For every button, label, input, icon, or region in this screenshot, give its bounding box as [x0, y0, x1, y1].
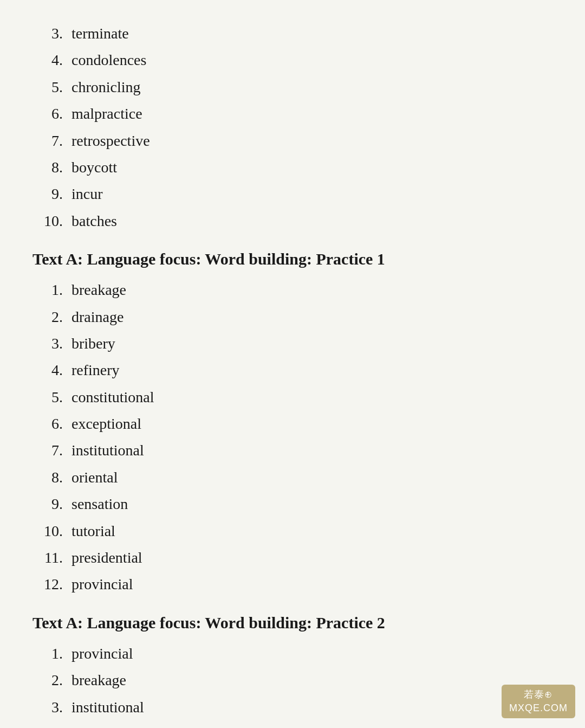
- item-number: 12.: [43, 572, 72, 596]
- item-number: 8.: [43, 156, 72, 179]
- item-number: 2.: [43, 668, 72, 692]
- item-word: institutional: [72, 439, 144, 462]
- item-word: institutional: [72, 695, 144, 719]
- list-item: 6.exceptional: [43, 412, 552, 435]
- item-number: 6.: [43, 102, 72, 125]
- item-number: 1.: [43, 278, 72, 301]
- item-word: batches: [72, 209, 117, 233]
- item-word: sensation: [72, 492, 128, 516]
- list-item: 4.refinery: [43, 358, 552, 382]
- item-number: 3.: [43, 22, 72, 45]
- item-number: 11.: [43, 546, 72, 569]
- item-number: 9.: [43, 182, 72, 205]
- item-word: terminate: [72, 22, 129, 45]
- list-item: 5.chronicling: [43, 75, 552, 99]
- list-item: 3.bribery: [43, 332, 552, 355]
- list-item: 10.batches: [43, 209, 552, 233]
- item-number: 4.: [43, 48, 72, 72]
- list-item: 6.malpractice: [43, 102, 552, 125]
- item-word: provincial: [72, 642, 133, 665]
- item-number: 2.: [43, 305, 72, 328]
- item-number: 8.: [43, 466, 72, 489]
- item-number: 5.: [43, 385, 72, 409]
- watermark: 若泰⊕ MXQE.COM: [502, 685, 575, 718]
- item-number: 3.: [43, 695, 72, 719]
- watermark-line1: 若泰⊕: [524, 688, 552, 701]
- item-number: 6.: [43, 412, 72, 435]
- list-item: 9.sensation: [43, 492, 552, 516]
- item-number: 4.: [43, 722, 72, 728]
- list-section1: 1.breakage2.drainage3.bribery4.refinery5…: [43, 278, 552, 596]
- item-number: 7.: [43, 129, 72, 152]
- section1-heading: Text A: Language focus: Word building: P…: [32, 250, 552, 268]
- item-number: 9.: [43, 492, 72, 516]
- item-word: malpractice: [72, 102, 142, 125]
- list-item: 2.drainage: [43, 305, 552, 328]
- list-section0: 3.terminate4.condolences5.chronicling6.m…: [43, 22, 552, 233]
- item-number: 4.: [43, 358, 72, 382]
- item-word: constitutional: [72, 385, 154, 409]
- item-word: incur: [72, 182, 103, 205]
- item-word: boycott: [72, 156, 117, 179]
- item-word: oriental: [72, 466, 118, 489]
- item-word: presidential: [72, 546, 142, 569]
- item-word: provincial: [72, 572, 133, 596]
- list-item: 1.provincial: [43, 642, 552, 665]
- item-word: drainage: [72, 305, 123, 328]
- watermark-line2: MXQE.COM: [509, 701, 568, 715]
- list-item: 9.incur: [43, 182, 552, 205]
- item-word: condolences: [72, 48, 146, 72]
- list-item: 7.institutional: [43, 439, 552, 462]
- item-number: 10.: [43, 209, 72, 233]
- list-item: 10.tutorial: [43, 519, 552, 543]
- section2-heading: Text A: Language focus: Word building: P…: [32, 614, 552, 632]
- item-word: retrospective: [72, 129, 150, 152]
- list-item: 11.presidential: [43, 546, 552, 569]
- item-word: breakage: [72, 668, 126, 692]
- item-word: chronicling: [72, 75, 141, 99]
- list-item: 3.terminate: [43, 22, 552, 45]
- list-item: 2.breakage: [43, 668, 552, 692]
- item-word: breakage: [72, 278, 126, 301]
- item-number: 10.: [43, 519, 72, 543]
- item-number: 1.: [43, 642, 72, 665]
- list-item: 5.constitutional: [43, 385, 552, 409]
- item-word: refinery: [72, 358, 120, 382]
- list-item: 1.breakage: [43, 278, 552, 301]
- list-item: 8.oriental: [43, 466, 552, 489]
- list-item: 12.provincial: [43, 572, 552, 596]
- item-number: 5.: [43, 75, 72, 99]
- list-item: 7.retrospective: [43, 129, 552, 152]
- list-item: 4.condolences: [43, 48, 552, 72]
- item-word: bribery: [72, 722, 115, 728]
- item-word: bribery: [72, 332, 115, 355]
- item-word: exceptional: [72, 412, 141, 435]
- item-number: 3.: [43, 332, 72, 355]
- item-word: tutorial: [72, 519, 115, 543]
- list-item: 4.bribery: [43, 722, 552, 728]
- item-number: 7.: [43, 439, 72, 462]
- list-item: 3.institutional: [43, 695, 552, 719]
- list-item: 8.boycott: [43, 156, 552, 179]
- list-section2: 1.provincial2.breakage3.institutional4.b…: [43, 642, 552, 728]
